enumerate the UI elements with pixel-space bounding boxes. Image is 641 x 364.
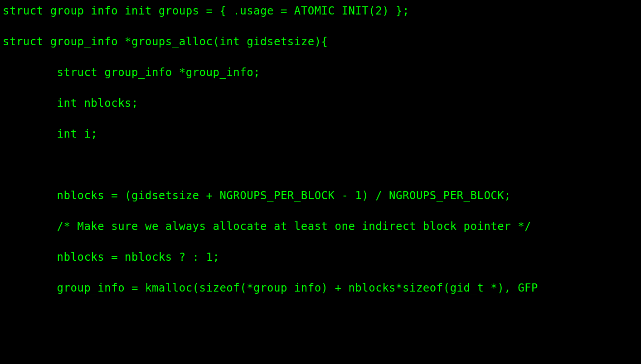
code-line	[3, 19, 638, 34]
code-line	[3, 111, 638, 127]
code-line	[3, 235, 638, 250]
code-line	[3, 50, 638, 65]
code-line	[3, 265, 638, 281]
code-line	[3, 204, 638, 219]
code-line: struct group_info *groups_alloc(int gids…	[3, 34, 638, 50]
code-line: /* Make sure we always allocate at least…	[3, 219, 638, 235]
code-line: group_info = kmalloc(sizeof(*group_info)…	[3, 281, 638, 296]
code-line: struct group_info *group_info;	[3, 65, 638, 81]
code-line	[3, 142, 638, 158]
code-line: struct group_info init_groups = { .usage…	[3, 4, 638, 19]
code-line: int i;	[3, 127, 638, 142]
code-line	[3, 158, 638, 173]
code-line: nblocks = (gidsetsize + NGROUPS_PER_BLOC…	[3, 188, 638, 204]
code-line	[3, 81, 638, 96]
code-line: int nblocks;	[3, 96, 638, 111]
code-block: struct group_info init_groups = { .usage…	[3, 4, 638, 296]
code-line: nblocks = nblocks ? : 1;	[3, 250, 638, 265]
code-line	[3, 173, 638, 188]
